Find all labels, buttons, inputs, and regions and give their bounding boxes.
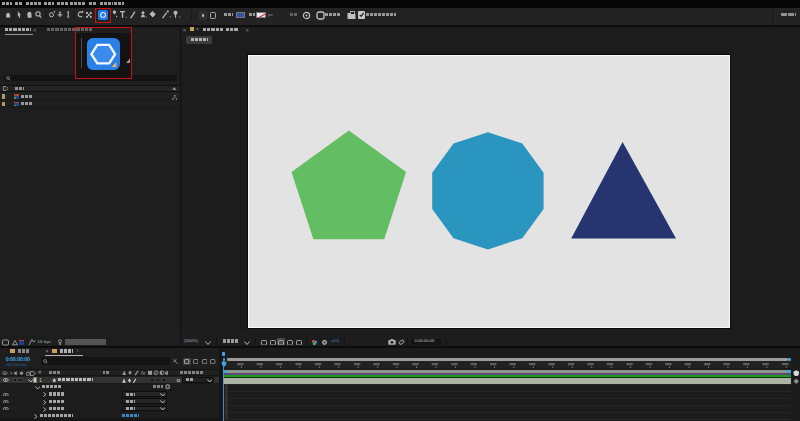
svg-text:fx: fx: [141, 370, 146, 376]
